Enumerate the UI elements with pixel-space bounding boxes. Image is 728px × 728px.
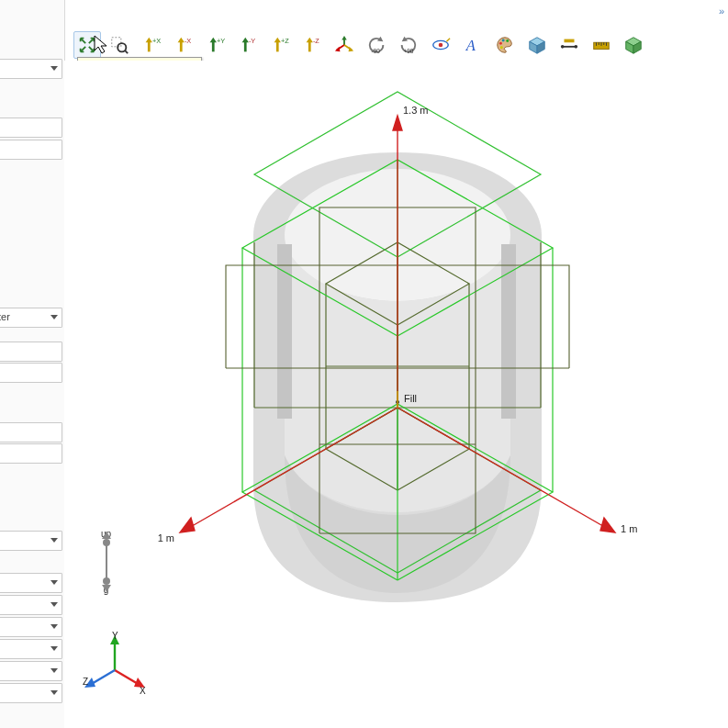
axis-right-label: 1 m <box>621 523 637 534</box>
svg-marker-26 <box>349 47 354 52</box>
svg-text:+X: +X <box>152 37 161 45</box>
view-toolbar: +X -X +Y -Y +Z -Z -90 +90 A <box>73 29 647 61</box>
measure-tape-button[interactable] <box>588 31 615 59</box>
property-field[interactable] <box>0 59 62 79</box>
svg-point-36 <box>502 39 505 41</box>
svg-text:A: A <box>465 37 476 54</box>
view-minus-x-button[interactable]: -X <box>170 31 197 59</box>
fit-extents-button[interactable] <box>73 31 101 59</box>
svg-text:+Y: +Y <box>217 37 225 45</box>
property-field[interactable]: ter <box>0 308 62 328</box>
svg-marker-24 <box>335 47 341 52</box>
property-field[interactable] <box>0 443 62 464</box>
svg-marker-13 <box>242 38 249 43</box>
property-field[interactable] <box>0 639 62 659</box>
svg-marker-82 <box>102 532 111 539</box>
rotate-minus-90-button[interactable]: -90 <box>363 31 390 59</box>
eye-toggle-button[interactable] <box>427 31 454 59</box>
property-field[interactable] <box>0 422 62 442</box>
property-field[interactable] <box>0 595 62 615</box>
property-field[interactable] <box>0 531 62 551</box>
svg-point-37 <box>506 39 509 42</box>
view-minus-z-button[interactable]: -Z <box>298 31 326 59</box>
svg-text:Y: Y <box>112 632 118 641</box>
view-plus-y-button[interactable]: +Y <box>202 31 230 59</box>
svg-marker-77 <box>600 518 615 532</box>
rotate-plus-90-button[interactable]: +90 <box>395 31 422 59</box>
svg-marker-4 <box>146 38 152 43</box>
green-cube-button[interactable] <box>620 31 647 59</box>
shaded-cube-button[interactable] <box>523 31 551 59</box>
svg-text:-Y: -Y <box>249 37 255 45</box>
svg-text:-90: -90 <box>372 48 381 54</box>
svg-marker-73 <box>393 116 402 130</box>
svg-marker-22 <box>342 36 347 40</box>
svg-line-33 <box>446 39 450 42</box>
axis-left-label: 1 m <box>158 532 174 543</box>
properties-panel: ter <box>0 0 65 728</box>
palette-button[interactable] <box>491 31 519 59</box>
annotate-button[interactable]: A <box>459 31 487 59</box>
zoom-selection-button[interactable] <box>106 31 133 59</box>
gravity-indicator: up g <box>101 529 111 595</box>
svg-text:X: X <box>140 686 146 696</box>
orientation-triad: Y X Z <box>83 632 147 698</box>
svg-point-44 <box>575 45 578 49</box>
svg-point-35 <box>499 42 502 45</box>
property-field[interactable] <box>0 342 62 362</box>
svg-marker-75 <box>180 518 195 532</box>
svg-rect-45 <box>565 39 575 43</box>
property-field[interactable] <box>0 573 62 593</box>
viewport-3d[interactable]: Fill 1.3 m 1 m 1 m <box>64 61 728 728</box>
svg-marker-81 <box>102 585 111 592</box>
svg-text:-X: -X <box>185 37 191 45</box>
svg-marker-19 <box>307 38 313 43</box>
svg-rect-58 <box>277 244 292 419</box>
svg-line-2 <box>125 50 128 53</box>
svg-rect-0 <box>112 38 121 47</box>
svg-point-43 <box>561 45 565 49</box>
axis-top-label: 1.3 m <box>403 105 429 116</box>
property-field[interactable] <box>0 140 62 160</box>
view-plus-z-button[interactable]: +Z <box>266 31 294 59</box>
svg-text:Z: Z <box>83 677 88 687</box>
view-plus-x-button[interactable]: +X <box>138 31 165 59</box>
view-isometric-button[interactable] <box>330 31 358 59</box>
svg-text:+Z: +Z <box>281 37 289 45</box>
property-field[interactable] <box>0 661 62 681</box>
svg-marker-16 <box>274 38 281 43</box>
svg-text:-Z: -Z <box>313 37 319 45</box>
svg-marker-10 <box>210 38 217 43</box>
overflow-chevron[interactable]: » <box>719 6 722 17</box>
svg-marker-7 <box>178 38 185 43</box>
svg-text:Fill: Fill <box>404 393 417 404</box>
view-minus-y-button[interactable]: -Y <box>234 31 262 59</box>
svg-point-38 <box>500 46 503 49</box>
svg-point-32 <box>439 43 443 48</box>
property-field[interactable] <box>0 683 62 703</box>
svg-line-89 <box>90 670 115 685</box>
property-field[interactable] <box>0 617 62 637</box>
property-field[interactable] <box>0 363 62 383</box>
measure-linear-button[interactable] <box>555 31 583 59</box>
property-field[interactable] <box>0 118 62 138</box>
svg-point-1 <box>118 43 126 51</box>
svg-text:+90: +90 <box>404 48 414 54</box>
